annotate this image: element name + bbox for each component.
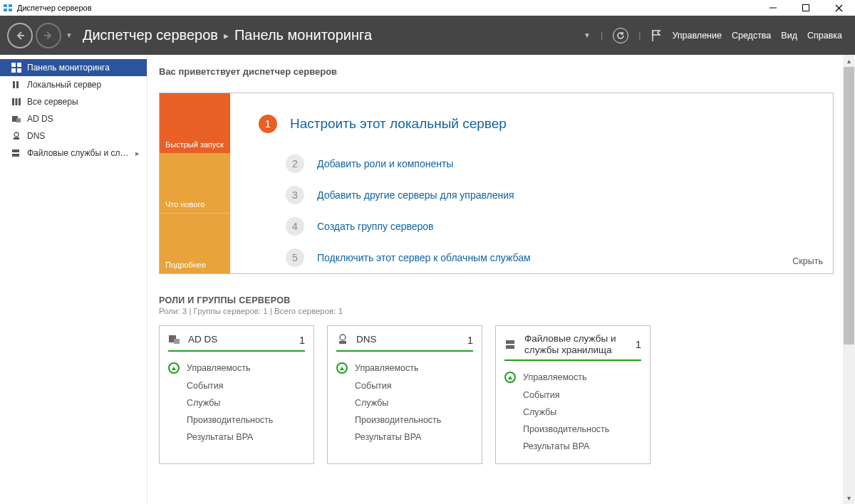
role-title: Файловые службы и службы хранилища: [524, 333, 628, 355]
svg-rect-5: [803, 5, 809, 11]
svg-rect-30: [506, 340, 514, 344]
role-line-performance[interactable]: Производительность: [336, 411, 473, 429]
sidebar-item-dashboard[interactable]: Панель мониторинга: [0, 59, 147, 76]
step-label: Настроить этот локальный сервер: [290, 116, 507, 132]
roles-section-title: РОЛИ И ГРУППЫ СЕРВЕРОВ: [159, 295, 834, 305]
quickstart-step-4[interactable]: 4 Создать группу серверов: [230, 213, 833, 240]
nav-forward-button[interactable]: [36, 23, 61, 48]
nav-back-button[interactable]: [7, 23, 33, 48]
menu-manage[interactable]: Управление: [672, 31, 722, 41]
roles-grid: AD DS 1 Управляемость События Службы Про…: [159, 325, 834, 464]
role-line-bpa[interactable]: Результаты BPA: [168, 429, 305, 446]
role-line-services[interactable]: Службы: [504, 404, 641, 421]
role-line-manageability[interactable]: Управляемость: [168, 359, 305, 377]
content-area: Вас приветствует диспетчер серверов Быст…: [147, 55, 855, 504]
step-number: 2: [286, 154, 304, 173]
status-up-icon: [504, 372, 516, 383]
maximize-button[interactable]: [789, 0, 822, 16]
vertical-scrollbar[interactable]: ▴ ▾: [843, 55, 855, 504]
step-number: 4: [286, 217, 304, 236]
sidebar-item-local-server[interactable]: Локальный сервер: [0, 76, 147, 93]
svg-point-28: [340, 335, 346, 340]
role-line-bpa[interactable]: Результаты BPA: [336, 429, 473, 446]
adds-icon: [11, 114, 21, 124]
dns-icon: [11, 131, 21, 141]
header-dropdown-icon[interactable]: ▼: [584, 31, 591, 39]
role-title: DNS: [356, 334, 460, 345]
role-line-services[interactable]: Службы: [336, 394, 473, 411]
welcome-tab-learnmore[interactable]: Подробнее: [160, 213, 230, 273]
quickstart-step-3[interactable]: 3 Добавить другие серверы для управления: [230, 182, 833, 209]
step-label: Создать группу серверов: [317, 221, 434, 232]
svg-rect-16: [16, 81, 19, 88]
separator: |: [601, 31, 603, 41]
svg-rect-0: [4, 4, 7, 7]
crumb-root[interactable]: Диспетчер серверов: [83, 27, 218, 43]
sidebar-item-file-services[interactable]: Файловые службы и сл… ▸: [0, 145, 147, 162]
menu-view[interactable]: Вид: [781, 31, 797, 41]
step-label: Подключить этот сервер к облачным служба…: [317, 252, 531, 263]
svg-rect-1: [9, 4, 12, 7]
sidebar-label: DNS: [27, 131, 45, 141]
welcome-tab-quickstart[interactable]: Быстрый запуск: [160, 93, 230, 153]
role-line-events[interactable]: События: [504, 387, 641, 404]
window-title-bar: Диспетчер серверов: [0, 0, 855, 16]
role-line-events[interactable]: События: [168, 377, 305, 394]
step-label: Добавить роли и компоненты: [317, 158, 453, 169]
role-line-performance[interactable]: Производительность: [168, 411, 305, 429]
scrollbar-thumb[interactable]: [844, 67, 854, 345]
chevron-right-icon: ▸: [135, 149, 140, 158]
role-card-dns[interactable]: DNS 1 Управляемость События Службы Произ…: [327, 325, 482, 464]
refresh-icon[interactable]: [613, 28, 628, 43]
window-title: Диспетчер серверов: [17, 4, 92, 12]
welcome-tab-whatsnew[interactable]: Что нового: [160, 153, 230, 213]
app-header: ▼ Диспетчер серверов ▸ Панель мониторинг…: [0, 16, 855, 55]
hide-welcome-button[interactable]: Скрыть: [792, 256, 823, 266]
menu-help[interactable]: Справка: [807, 31, 842, 41]
role-count: 1: [467, 334, 473, 346]
sidebar-item-dns[interactable]: DNS: [0, 127, 147, 145]
svg-rect-13: [11, 68, 16, 73]
sidebar: Панель мониторинга Локальный сервер Все …: [0, 55, 147, 504]
crumb-page[interactable]: Панель мониторинга: [234, 27, 372, 43]
svg-rect-14: [17, 68, 21, 73]
svg-point-22: [14, 132, 19, 137]
status-up-icon: [336, 362, 348, 374]
role-card-file-services[interactable]: Файловые службы и службы хранилища 1 Упр…: [495, 325, 651, 464]
dashboard-icon: [11, 63, 21, 73]
close-button[interactable]: [822, 0, 855, 16]
menu-tools[interactable]: Средства: [732, 31, 771, 41]
sidebar-label: AD DS: [27, 114, 53, 124]
scroll-up-icon[interactable]: ▴: [843, 55, 855, 67]
svg-rect-25: [12, 154, 19, 157]
minimize-button[interactable]: [757, 0, 789, 16]
svg-rect-17: [12, 98, 14, 105]
svg-rect-27: [174, 339, 180, 344]
role-count: 1: [299, 334, 305, 346]
svg-rect-24: [12, 149, 19, 152]
sidebar-item-adds[interactable]: AD DS: [0, 110, 147, 127]
nav-history-dropdown[interactable]: ▼: [66, 31, 73, 39]
role-line-events[interactable]: События: [336, 377, 473, 394]
role-line-manageability[interactable]: Управляемость: [504, 368, 641, 387]
quickstart-step-1[interactable]: 1 Настроить этот локальный сервер: [230, 110, 833, 137]
servers-icon: [11, 97, 21, 107]
flag-notifications-icon[interactable]: [651, 29, 662, 42]
svg-rect-21: [16, 118, 21, 122]
svg-rect-12: [17, 63, 21, 67]
sidebar-item-all-servers[interactable]: Все серверы: [0, 93, 147, 110]
step-number: 5: [286, 248, 304, 267]
svg-rect-3: [9, 9, 12, 11]
quickstart-step-2[interactable]: 2 Добавить роли и компоненты: [230, 150, 833, 177]
role-line-bpa[interactable]: Результаты BPA: [504, 438, 641, 455]
role-card-adds[interactable]: AD DS 1 Управляемость События Службы Про…: [159, 325, 314, 464]
role-line-services[interactable]: Службы: [168, 394, 305, 411]
role-line-manageability[interactable]: Управляемость: [336, 359, 473, 377]
scroll-down-icon[interactable]: ▾: [843, 492, 855, 504]
svg-rect-15: [13, 81, 15, 88]
role-line-performance[interactable]: Производительность: [504, 421, 641, 438]
svg-rect-19: [19, 98, 21, 105]
svg-rect-29: [339, 341, 346, 344]
quickstart-step-5[interactable]: 5 Подключить этот сервер к облачным служ…: [230, 244, 833, 271]
welcome-heading: Вас приветствует диспетчер серверов: [159, 66, 834, 77]
